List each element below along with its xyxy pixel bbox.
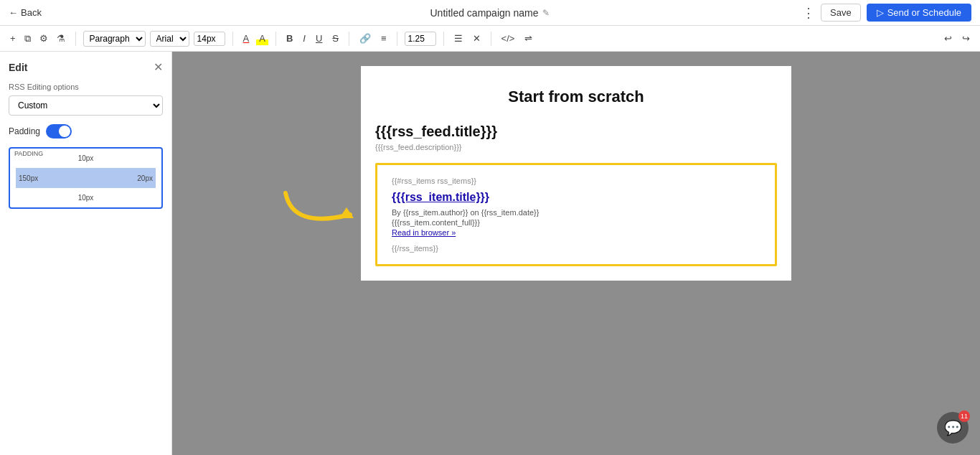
list-button[interactable]: ☰ (451, 32, 466, 45)
padding-box-label: PADDING (14, 150, 43, 157)
rss-block[interactable]: {{#rss_items rss_items}} {{{rss_item.tit… (375, 163, 777, 266)
sidebar-title: Edit (9, 62, 27, 73)
toolbar-sep-5 (397, 32, 397, 46)
padding-toggle[interactable] (46, 124, 72, 139)
canvas-area: Start from scratch {{{rss_feed.title}}} … (172, 52, 980, 455)
code-button[interactable]: ⚗ (54, 32, 68, 45)
line-height-input[interactable] (405, 32, 436, 46)
padding-inner: 150px 20px (16, 168, 156, 188)
send-icon: ▷ (877, 7, 884, 18)
highlight-button[interactable]: A (256, 32, 268, 45)
edit-campaign-icon[interactable]: ✎ (542, 8, 550, 18)
editor-toolbar: + ⧉ ⚙ ⚗ Paragraph Arial A A B I U S 🔗 ≡ … (0, 26, 980, 52)
toolbar-sep-4 (349, 32, 349, 46)
toolbar-right: ↩ ↪ (941, 32, 973, 45)
bold-button[interactable]: B (283, 32, 296, 45)
chat-icon: 💬 (944, 419, 962, 436)
settings-button[interactable]: ⚙ (37, 32, 51, 45)
send-label: Send or Schedule (887, 7, 961, 18)
padding-box: PADDING 10px 150px 20px 10px (9, 147, 163, 209)
padding-right-value: 20px (137, 174, 153, 182)
paragraph-select[interactable]: Paragraph (83, 31, 146, 47)
email-canvas: Start from scratch {{{rss_feed.title}}} … (361, 66, 791, 281)
toolbar-add-group: + ⧉ ⚙ ⚗ (7, 32, 68, 46)
font-select[interactable]: Arial (150, 31, 189, 47)
svg-marker-0 (339, 207, 354, 218)
back-arrow-icon: ← (9, 7, 18, 18)
redo-button[interactable]: ↪ (959, 32, 973, 45)
align-button[interactable]: ≡ (378, 32, 390, 45)
rss-loop-end: {{/rss_items}} (392, 244, 760, 253)
underline-button[interactable]: U (313, 32, 325, 45)
send-schedule-button[interactable]: ▷ Send or Schedule (867, 4, 971, 22)
rss-item-content: {{{rss_item.content_full}}} (392, 218, 760, 227)
layers-button[interactable]: ⧉ (22, 32, 34, 46)
campaign-title-area: Untitled campaign name ✎ (430, 7, 550, 19)
toolbar-sep-1 (75, 32, 76, 46)
main-layout: Edit ✕ RSS Editing options Custom Paddin… (0, 52, 980, 455)
rss-section-label: RSS Editing options (9, 83, 163, 91)
toolbar-sep-7 (491, 32, 491, 46)
remove-format-button[interactable]: ✕ (470, 32, 484, 45)
chat-badge: 11 (958, 411, 970, 422)
rss-item-meta: By {{rss_item.author}} on {{rss_item.dat… (392, 208, 760, 217)
embed-button[interactable]: ⇌ (522, 32, 535, 45)
top-nav: ← Back Untitled campaign name ✎ ⋮ Save ▷… (0, 0, 980, 26)
italic-button[interactable]: I (300, 32, 308, 45)
yellow-arrow (278, 186, 372, 243)
rss-loop-start: {{#rss_items rss_items}} (392, 177, 760, 185)
rss-feed-title: {{{rss_feed.title}}} (375, 123, 777, 140)
padding-bottom-value: 10px (16, 194, 156, 202)
toolbar-sep-2 (232, 32, 233, 46)
sidebar-header: Edit ✕ (9, 60, 163, 74)
toggle-knob (59, 126, 70, 137)
rss-option-select[interactable]: Custom (9, 95, 163, 116)
toolbar-sep-6 (443, 32, 444, 46)
font-size-input[interactable] (194, 32, 225, 46)
padding-label: Padding (9, 126, 40, 136)
sidebar: Edit ✕ RSS Editing options Custom Paddin… (0, 52, 172, 455)
more-options-button[interactable]: ⋮ (802, 5, 815, 21)
rss-item-link[interactable]: Read in browser » (392, 228, 760, 237)
chat-widget[interactable]: 💬 11 (937, 412, 969, 444)
add-button[interactable]: + (7, 32, 19, 45)
back-label: Back (21, 7, 42, 18)
nav-right: ⋮ Save ▷ Send or Schedule (802, 4, 971, 22)
email-heading: Start from scratch (375, 88, 777, 106)
undo-button[interactable]: ↩ (941, 32, 955, 45)
font-color-button[interactable]: A (240, 32, 253, 45)
strikethrough-button[interactable]: S (329, 32, 341, 45)
link-button[interactable]: 🔗 (357, 32, 374, 45)
save-button[interactable]: Save (821, 4, 861, 22)
padding-left-value: 150px (19, 174, 38, 182)
back-button[interactable]: ← Back (9, 7, 42, 18)
rss-feed-desc: {{{rss_feed.description}}} (375, 143, 777, 151)
rss-item-title: {{{rss_item.title}}} (392, 191, 760, 204)
toolbar-sep-3 (275, 32, 276, 46)
padding-row: Padding (9, 124, 163, 139)
sidebar-close-button[interactable]: ✕ (154, 60, 163, 74)
rss-block-container: {{#rss_items rss_items}} {{{rss_item.tit… (375, 163, 777, 266)
campaign-name: Untitled campaign name (430, 7, 539, 19)
code-inline-button[interactable]: </> (499, 32, 518, 45)
